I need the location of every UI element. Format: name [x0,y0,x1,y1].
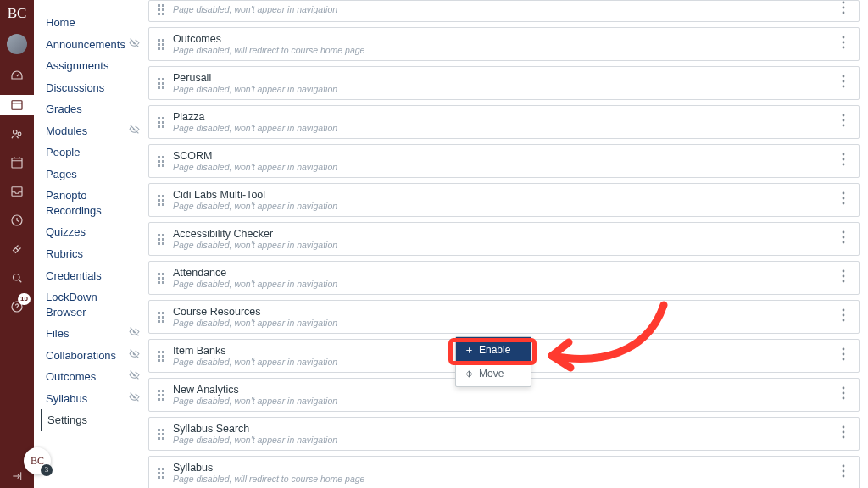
nav-item-card[interactable]: PiazzaPage disabled, won't appear in nav… [148,105,860,139]
card-title: Attendance [173,267,835,279]
svg-point-45 [843,470,845,473]
hidden-icon [129,348,140,363]
kebab-icon[interactable] [835,425,852,442]
inbox-icon[interactable] [0,181,34,202]
drag-handle-icon[interactable] [156,429,166,440]
svg-point-33 [843,314,845,317]
drag-handle-icon[interactable] [156,39,166,50]
drag-handle-icon[interactable] [156,117,166,128]
svg-point-9 [843,7,845,9]
coursenav-item-settings[interactable]: Settings [41,409,140,431]
drag-handle-icon[interactable] [156,351,166,362]
popup-enable[interactable]: Enable [456,337,531,363]
kebab-icon[interactable] [835,464,852,481]
drag-handle-icon[interactable] [156,4,166,15]
svg-point-43 [843,436,845,439]
drag-handle-icon[interactable] [156,468,166,479]
nav-item-card[interactable]: SCORMPage disabled, won't appear in navi… [148,144,860,178]
card-title: Syllabus [173,462,835,474]
coursenav-item-modules[interactable]: Modules [46,120,140,142]
svg-point-46 [843,475,845,478]
kebab-icon[interactable] [835,308,852,325]
svg-point-39 [843,392,845,395]
drag-handle-icon[interactable] [156,273,166,284]
card-subtitle: Page disabled, won't appear in navigatio… [173,123,835,133]
drag-handle-icon[interactable] [156,390,166,401]
floating-avatar-badge: 3 [41,464,53,476]
drag-handle-icon[interactable] [156,234,166,245]
svg-point-23 [843,192,845,195]
kebab-icon[interactable] [835,114,852,130]
coursenav-item-announcements[interactable]: Announcements [46,34,140,56]
coursenav-item-grades[interactable]: Grades [46,98,140,120]
coursenav-item-syllabus[interactable]: Syllabus [46,388,140,410]
help-icon[interactable]: 10 [0,297,34,317]
nav-item-card[interactable]: Syllabus SearchPage disabled, won't appe… [148,417,860,451]
svg-rect-0 [12,101,22,110]
coursenav-item-home[interactable]: Home [46,12,140,34]
card-title: SCORM [173,150,835,162]
nav-item-card[interactable]: Course ResourcesPage disabled, won't app… [148,300,860,334]
floating-avatar[interactable]: BC 3 [24,447,51,474]
calendar-icon[interactable] [0,152,34,173]
coursenav-item-people[interactable]: People [46,141,140,164]
nav-item-card[interactable]: Page disabled, won't appear in navigatio… [148,0,860,22]
search-icon[interactable] [0,268,34,288]
svg-point-21 [843,158,845,161]
kebab-icon[interactable] [835,386,852,403]
drag-handle-icon[interactable] [156,195,166,206]
svg-point-35 [843,348,845,351]
svg-point-42 [843,431,845,434]
kebab-icon[interactable] [835,36,852,53]
kebab-icon[interactable] [835,75,852,92]
coursenav-item-collaborations[interactable]: Collaborations [46,345,140,367]
svg-point-15 [843,80,845,83]
svg-point-10 [843,12,845,14]
courses-icon[interactable] [0,95,34,115]
kebab-icon[interactable] [835,269,852,286]
card-subtitle: Page disabled, won't appear in navigatio… [173,84,835,94]
drag-handle-icon[interactable] [156,312,166,323]
svg-point-36 [843,353,845,356]
disabled-nav-list: Page disabled, won't appear in navigatio… [148,0,860,488]
kebab-icon[interactable] [835,152,852,169]
dashboard-icon[interactable] [0,66,34,86]
kebab-icon[interactable] [835,1,852,18]
coursenav-item-discussions[interactable]: Discussions [46,77,140,99]
coursenav-item-outcomes[interactable]: Outcomes [46,366,140,388]
coursenav-item-rubrics[interactable]: Rubrics [46,243,140,265]
coursenav-item-pages[interactable]: Pages [46,164,140,186]
card-title: Syllabus Search [173,423,835,435]
kebab-icon[interactable] [835,347,852,364]
coursenav-item-files[interactable]: Files [46,323,140,345]
groups-icon[interactable] [0,124,34,144]
nav-item-card[interactable]: Accessibility CheckerPage disabled, won'… [148,222,860,256]
svg-point-19 [843,125,845,127]
hidden-icon [129,391,140,407]
card-subtitle: Page disabled, won't appear in navigatio… [173,4,835,14]
commons-icon[interactable] [0,239,34,259]
coursenav-item-quizzes[interactable]: Quizzes [46,221,140,243]
drag-handle-icon[interactable] [156,156,166,167]
card-subtitle: Page disabled, won't appear in navigatio… [173,318,835,328]
nav-item-card[interactable]: AttendancePage disabled, won't appear in… [148,261,860,295]
kebab-icon[interactable] [835,230,852,247]
coursenav-item-lockdown-browser[interactable]: LockDown Browser [46,286,140,323]
coursenav-item-assignments[interactable]: Assignments [46,55,140,77]
drag-handle-icon[interactable] [156,78,166,89]
kebab-icon[interactable] [835,191,852,208]
card-subtitle: Page disabled, won't appear in navigatio… [173,279,835,289]
svg-point-22 [843,164,845,166]
popup-move[interactable]: Move [456,363,531,386]
nav-item-card[interactable]: Cidi Labs Multi-ToolPage disabled, won't… [148,183,860,217]
rail-avatar[interactable] [7,34,27,54]
nav-item-card[interactable]: OutcomesPage disabled, will redirect to … [148,27,860,61]
nav-item-card[interactable]: SyllabusPage disabled, will redirect to … [148,456,860,488]
coursenav-item-panopto-recordings[interactable]: Panopto Recordings [46,185,140,221]
coursenav-item-credentials[interactable]: Credentials [46,265,140,287]
popup-enable-label: Enable [479,344,510,356]
history-icon[interactable] [0,210,34,230]
rail-logo[interactable]: BC [8,5,27,22]
rail-badge: 10 [18,293,31,305]
nav-item-card[interactable]: PerusallPage disabled, won't appear in n… [148,66,860,100]
